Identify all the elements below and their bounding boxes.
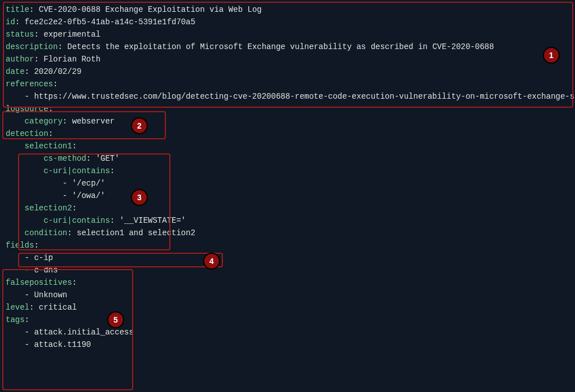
code-line: cs-method: 'GET' — [6, 152, 569, 165]
yaml-code-block: title: CVE-2020-0688 Exchange Exploitati… — [0, 0, 575, 354]
code-line: category: webserver — [6, 115, 569, 127]
code-line: references: — [6, 78, 569, 90]
code-line: date: 2020/02/29 — [6, 65, 569, 78]
code-line: author: Florian Roth — [6, 53, 569, 65]
code-line: - '/owa/' — [6, 190, 569, 202]
code-line: selection1: — [6, 140, 569, 152]
code-line: logsource: — [6, 103, 569, 115]
code-line: c-uri|contains: — [6, 165, 569, 177]
code-line: - attack.initial_access — [6, 326, 569, 338]
code-line: condition: selection1 and selection2 — [6, 227, 569, 239]
code-line: description: Detects the exploitation of… — [6, 41, 569, 53]
code-line: title: CVE-2020-0688 Exchange Exploitati… — [6, 3, 569, 16]
code-line: status: experimental — [6, 28, 569, 41]
code-line: level: critical — [6, 301, 569, 314]
code-line: falsepositives: — [6, 276, 569, 289]
code-line: - '/ecp/' — [6, 177, 569, 190]
code-line: - https://www.trustedsec.com/blog/detect… — [6, 90, 569, 103]
code-line: - attack.t1190 — [6, 338, 569, 351]
code-line: - c-ip — [6, 252, 569, 264]
code-line: selection2: — [6, 202, 569, 214]
code-line: - c-dns — [6, 264, 569, 276]
code-line: id: fce2c2e2-0fb5-41ab-a14c-5391e1fd70a5 — [6, 16, 569, 28]
code-line: fields: — [6, 239, 569, 252]
code-line: - Unknown — [6, 289, 569, 301]
code-line: tags: — [6, 314, 569, 326]
code-line: detection: — [6, 127, 569, 140]
code-line: c-uri|contains: '__VIEWSTATE=' — [6, 214, 569, 227]
